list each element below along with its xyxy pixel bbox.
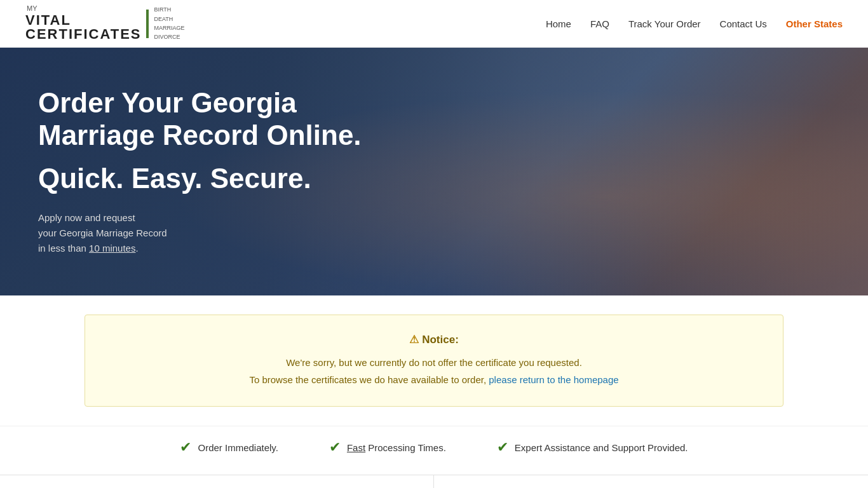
hero-link[interactable]: 10 minutes	[89, 243, 135, 254]
notice-text: We're sorry, but we currently do not off…	[111, 354, 757, 388]
logo: MY VITAL CERTIFICATES BIRTHDEATHMARRIAGE…	[25, 4, 185, 43]
logo-certificates: CERTIFICATES	[25, 26, 141, 43]
header: MY VITAL CERTIFICATES BIRTHDEATHMARRIAGE…	[0, 0, 868, 48]
bottom-left: 🔒 SECURE ONLINE APPLICATIONS	[0, 475, 434, 488]
feature-text-2: Fast Processing Times.	[347, 442, 446, 453]
feature-support: ✔ Expert Assistance and Support Provided…	[497, 439, 688, 456]
nav-track-order[interactable]: Track Your Order	[628, 18, 701, 29]
logo-divider	[146, 10, 149, 38]
notice-section: ⚠Notice: We're sorry, but we currently d…	[0, 295, 868, 426]
hero-content: Order Your Georgia Marriage Record Onlin…	[0, 87, 400, 256]
feature-processing: ✔ Fast Processing Times.	[329, 439, 446, 456]
notice-box: ⚠Notice: We're sorry, but we currently d…	[85, 315, 783, 407]
hero-title: Order Your Georgia Marriage Record Onlin…	[38, 87, 362, 151]
main-nav: Home FAQ Track Your Order Contact Us Oth…	[546, 18, 843, 29]
bottom-right: Quick and Easy Certificates	[434, 475, 868, 488]
check-icon-2: ✔	[329, 439, 341, 456]
nav-contact-us[interactable]: Contact Us	[720, 18, 767, 29]
hero-subtitle: Quick. Easy. Secure.	[38, 163, 362, 195]
logo-side-text: BIRTHDEATHMARRIAGEDIVORCE	[154, 5, 184, 42]
nav-other-states[interactable]: Other States	[786, 18, 843, 29]
hero-description: Apply now and request your Georgia Marri…	[38, 210, 362, 256]
notice-homepage-link[interactable]: please return to the homepage	[489, 374, 618, 385]
feature-text-1: Order Immediately.	[198, 442, 278, 453]
nav-faq[interactable]: FAQ	[590, 18, 609, 29]
logo-my: MY	[27, 4, 37, 12]
notice-title: ⚠Notice:	[111, 333, 757, 346]
feature-text-3: Expert Assistance and Support Provided.	[515, 442, 688, 453]
feature-order: ✔ Order Immediately.	[180, 439, 278, 456]
bottom-section: 🔒 SECURE ONLINE APPLICATIONS Quick and E…	[0, 475, 868, 488]
nav-home[interactable]: Home	[546, 18, 571, 29]
check-icon-1: ✔	[180, 439, 191, 456]
check-icon-3: ✔	[497, 439, 508, 456]
hero-section: Order Your Georgia Marriage Record Onlin…	[0, 48, 868, 295]
features-section: ✔ Order Immediately. ✔ Fast Processing T…	[0, 426, 868, 475]
warning-icon: ⚠	[409, 334, 419, 346]
